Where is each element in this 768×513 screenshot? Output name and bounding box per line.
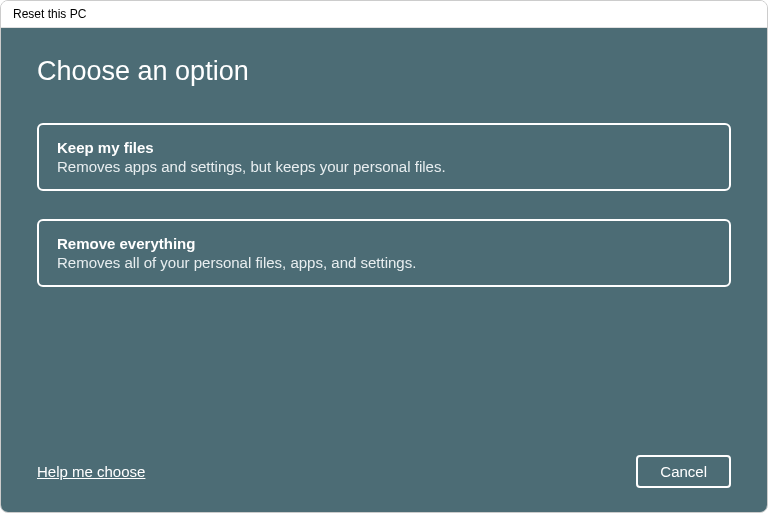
option-remove-everything[interactable]: Remove everything Removes all of your pe… xyxy=(37,219,731,287)
dialog-footer: Help me choose Cancel xyxy=(37,455,731,488)
help-me-choose-link[interactable]: Help me choose xyxy=(37,463,145,480)
options-list: Keep my files Removes apps and settings,… xyxy=(37,123,731,287)
window-frame: Reset this PC Choose an option Keep my f… xyxy=(0,0,768,513)
option-title: Remove everything xyxy=(57,235,711,252)
window-title: Reset this PC xyxy=(13,7,86,21)
option-description: Removes all of your personal files, apps… xyxy=(57,254,711,271)
option-description: Removes apps and settings, but keeps you… xyxy=(57,158,711,175)
titlebar: Reset this PC xyxy=(1,1,767,28)
dialog-content: Choose an option Keep my files Removes a… xyxy=(1,28,767,512)
option-title: Keep my files xyxy=(57,139,711,156)
cancel-button[interactable]: Cancel xyxy=(636,455,731,488)
page-title: Choose an option xyxy=(37,56,731,87)
option-keep-my-files[interactable]: Keep my files Removes apps and settings,… xyxy=(37,123,731,191)
